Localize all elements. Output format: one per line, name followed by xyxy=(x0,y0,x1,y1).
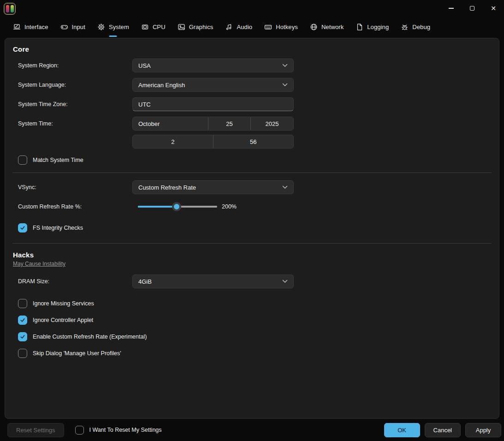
audio-icon xyxy=(225,23,233,31)
reset-confirm-label: I Want To Reset My Settings xyxy=(89,427,162,433)
enable-custom-refresh-rate-checkbox[interactable] xyxy=(18,332,27,341)
hotkeys-icon xyxy=(264,23,272,31)
dram-size-label: DRAM Size: xyxy=(18,278,132,285)
time-minute-field[interactable]: 56 xyxy=(213,135,294,148)
match-system-time-label: Match System Time xyxy=(33,157,83,163)
date-day-field[interactable]: 25 xyxy=(208,117,250,130)
reset-settings-button[interactable]: Reset Settings xyxy=(7,423,64,437)
chevron-down-icon xyxy=(282,185,288,189)
system-clock-row: 2 56 xyxy=(18,135,495,149)
hacks-warning-text: May Cause Instability xyxy=(13,261,495,267)
fs-integrity-row: FS Integrity Checks xyxy=(18,223,495,233)
network-icon xyxy=(310,23,318,31)
system-region-label: System Region: xyxy=(18,62,132,69)
core-section-heading: Core xyxy=(13,45,495,53)
logging-icon xyxy=(356,23,363,31)
ignore-missing-services-row: Ignore Missing Services xyxy=(18,298,495,309)
custom-refresh-rate-label: Custom Refresh Rate %: xyxy=(18,203,132,210)
system-timezone-label: System Time Zone: xyxy=(18,101,132,107)
system-language-dropdown[interactable]: American English xyxy=(132,78,294,92)
app-logo-icon xyxy=(4,3,16,15)
time-hour-field[interactable]: 2 xyxy=(133,135,213,148)
system-timezone-input[interactable]: UTC xyxy=(132,97,294,111)
skip-dialog-row: Skip Dialog 'Manage User Profiles' xyxy=(18,348,495,358)
slider-fill xyxy=(138,206,177,208)
system-date-row: System Time: October 25 2025 xyxy=(18,117,495,131)
check-icon xyxy=(19,334,26,340)
date-month-field[interactable]: October xyxy=(133,117,208,130)
chevron-down-icon xyxy=(282,280,288,283)
match-system-time-checkbox[interactable] xyxy=(18,155,27,165)
custom-refresh-rate-control: 200% xyxy=(138,202,299,211)
system-settings-panel: Core System Region: USA System Language:… xyxy=(5,38,499,419)
ignore-controller-applet-row: Ignore Controller Applet xyxy=(18,315,495,325)
ignore-controller-applet-checkbox[interactable] xyxy=(18,316,27,325)
tab-system[interactable]: System xyxy=(97,18,129,36)
tab-label: Logging xyxy=(367,24,389,30)
system-language-label: System Language: xyxy=(18,82,132,88)
tab-graphics[interactable]: Graphics xyxy=(178,18,213,36)
system-language-value: American English xyxy=(138,82,185,89)
check-icon xyxy=(19,317,26,323)
system-icon xyxy=(97,23,105,31)
dram-size-dropdown[interactable]: 4GiB xyxy=(132,274,294,288)
custom-refresh-rate-slider[interactable] xyxy=(138,202,217,211)
minimize-button[interactable] xyxy=(440,0,462,17)
tab-hotkeys[interactable]: Hotkeys xyxy=(264,18,298,36)
title-bar: ✕ xyxy=(0,0,504,17)
skip-dialog-label: Skip Dialog 'Manage User Profiles' xyxy=(33,350,121,357)
hacks-section-heading: Hacks xyxy=(13,251,495,259)
vsync-value: Custom Refresh Rate xyxy=(138,184,196,191)
cancel-button[interactable]: Cancel xyxy=(425,423,461,437)
tab-network[interactable]: Network xyxy=(310,18,344,36)
dialog-footer: Reset Settings I Want To Reset My Settin… xyxy=(0,419,504,441)
close-button[interactable]: ✕ xyxy=(483,0,504,17)
dram-size-value: 4GiB xyxy=(138,278,152,285)
close-icon: ✕ xyxy=(491,5,496,12)
tab-label: System xyxy=(109,24,129,30)
enable-custom-refresh-rate-label: Enable Custom Refresh Rate (Experimental… xyxy=(33,334,147,340)
tab-interface[interactable]: Interface xyxy=(13,18,48,36)
fs-integrity-checkbox[interactable] xyxy=(18,223,27,232)
system-region-dropdown[interactable]: USA xyxy=(132,59,294,72)
tab-input[interactable]: Input xyxy=(60,18,85,36)
chevron-down-icon xyxy=(282,83,288,87)
skip-dialog-checkbox[interactable] xyxy=(18,349,27,358)
custom-refresh-rate-value: 200% xyxy=(222,203,237,210)
tab-audio[interactable]: Audio xyxy=(225,18,252,36)
ok-button[interactable]: OK xyxy=(384,423,420,437)
minimize-icon xyxy=(449,8,454,8)
system-date-picker: October 25 2025 xyxy=(132,117,294,131)
dram-size-row: DRAM Size: 4GiB xyxy=(18,274,495,288)
check-icon xyxy=(19,225,26,231)
date-year-field[interactable]: 2025 xyxy=(250,117,293,130)
graphics-icon xyxy=(178,23,185,31)
match-system-time-row: Match System Time xyxy=(18,155,495,165)
tab-label: Input xyxy=(72,24,85,30)
fs-integrity-label: FS Integrity Checks xyxy=(33,225,83,231)
tab-cpu[interactable]: CPU xyxy=(141,18,166,36)
section-divider xyxy=(12,173,492,173)
apply-button[interactable]: Apply xyxy=(465,423,501,437)
slider-handle[interactable] xyxy=(172,202,181,211)
system-time-picker: 2 56 xyxy=(132,135,294,149)
reset-confirm-row: I Want To Reset My Settings xyxy=(75,426,162,435)
reset-confirm-checkbox[interactable] xyxy=(75,426,84,435)
system-region-row: System Region: USA xyxy=(18,59,495,72)
tab-debug[interactable]: Debug xyxy=(401,18,430,36)
tab-label: Network xyxy=(321,24,344,30)
tab-label: Graphics xyxy=(189,24,213,30)
tab-label: Audio xyxy=(237,24,252,30)
system-time-label: System Time: xyxy=(18,120,132,127)
debug-icon xyxy=(401,23,409,31)
cpu-icon xyxy=(141,23,149,31)
ignore-missing-services-checkbox[interactable] xyxy=(18,299,27,308)
vsync-dropdown[interactable]: Custom Refresh Rate xyxy=(132,180,294,194)
system-timezone-value: UTC xyxy=(138,101,151,108)
tab-label: Debug xyxy=(412,24,430,30)
tab-logging[interactable]: Logging xyxy=(356,18,389,36)
maximize-button[interactable] xyxy=(462,0,483,17)
ignore-missing-services-label: Ignore Missing Services xyxy=(33,300,94,307)
maximize-icon xyxy=(470,6,474,11)
system-region-value: USA xyxy=(138,62,151,69)
